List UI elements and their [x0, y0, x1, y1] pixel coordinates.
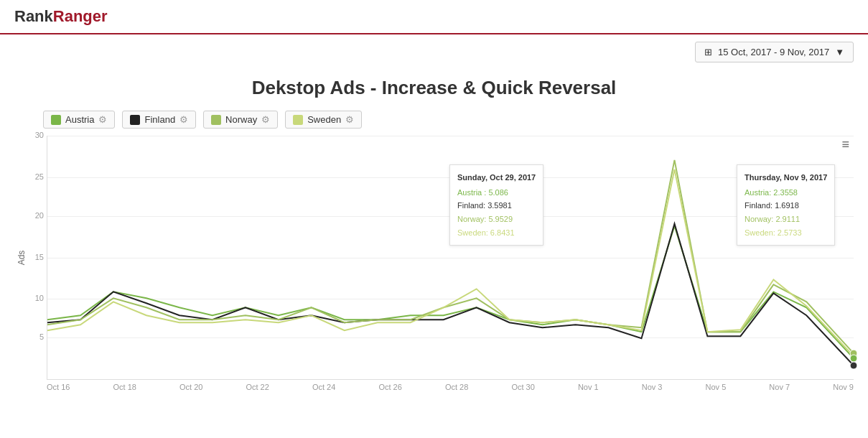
x-label-6: Oct 28: [445, 383, 468, 391]
gridline-10: 10: [22, 294, 44, 302]
norway-label: Norway: [225, 114, 257, 125]
chevron-down-icon: ▼: [835, 47, 844, 57]
finland-line: [47, 224, 854, 365]
chart-svg: [47, 136, 854, 379]
x-label-5: Oct 26: [378, 383, 401, 391]
finland-endpoint: [850, 362, 857, 369]
sweden-line: [47, 169, 854, 356]
norway-line: [47, 160, 854, 353]
x-label-2: Oct 20: [179, 383, 202, 391]
x-label-10: Nov 5: [706, 383, 727, 391]
chart-title: Dekstop Ads - Increase & Quick Reversal: [0, 70, 868, 111]
x-label-12: Nov 9: [833, 383, 854, 391]
chart-container: Ads ≡ 30 25 20 15 10 5: [14, 136, 854, 380]
austria-label: Austria: [65, 114, 94, 125]
chart-area: ≡ 30 25 20 15 10 5: [47, 136, 854, 380]
finland-label: Finland: [144, 114, 175, 125]
x-label-11: Nov 7: [769, 383, 790, 391]
legend-item-finland[interactable]: Finland ⚙: [122, 111, 196, 129]
gridline-20: 20: [22, 211, 44, 220]
header: RankRanger: [0, 0, 868, 34]
sweden-color: [293, 115, 303, 125]
logo-rank: Rank: [14, 7, 53, 25]
x-label-4: Oct 24: [312, 383, 335, 391]
x-label-1: Oct 18: [113, 383, 136, 391]
date-range-button[interactable]: ⊞ 15 Oct, 2017 - 9 Nov, 2017 ▼: [695, 42, 854, 62]
gridline-15: 15: [22, 253, 44, 261]
x-label-8: Nov 1: [578, 383, 599, 391]
gridline-25: 25: [22, 172, 44, 181]
x-label-9: Nov 3: [642, 383, 663, 391]
x-label-0: Oct 16: [47, 383, 70, 391]
legend-item-sweden[interactable]: Sweden ⚙: [285, 111, 362, 129]
logo: RankRanger: [14, 7, 108, 26]
sweden-gear-icon[interactable]: ⚙: [345, 114, 354, 125]
date-range-label: 15 Oct, 2017 - 9 Nov, 2017: [718, 47, 829, 57]
finland-color: [130, 115, 140, 125]
calendar-icon: ⊞: [704, 47, 712, 57]
austria-color: [51, 115, 61, 125]
gridline-5: 5: [22, 332, 44, 341]
top-bar: ⊞ 15 Oct, 2017 - 9 Nov, 2017 ▼: [0, 34, 868, 70]
austria-line: [47, 226, 854, 358]
legend-item-norway[interactable]: Norway ⚙: [203, 111, 278, 129]
x-label-7: Oct 30: [511, 383, 534, 391]
austria-gear-icon[interactable]: ⚙: [98, 114, 107, 125]
gridline-30: 30: [22, 131, 44, 139]
norway-gear-icon[interactable]: ⚙: [261, 114, 270, 125]
austria-endpoint: [850, 355, 857, 362]
sweden-label: Sweden: [307, 114, 341, 125]
finland-gear-icon[interactable]: ⚙: [179, 114, 188, 125]
legend: Austria ⚙ Finland ⚙ Norway ⚙ Sweden ⚙: [0, 111, 868, 136]
legend-item-austria[interactable]: Austria ⚙: [43, 111, 115, 129]
x-label-3: Oct 22: [246, 383, 269, 391]
x-labels: Oct 16 Oct 18 Oct 20 Oct 22 Oct 24 Oct 2…: [47, 380, 854, 391]
logo-ranger: Ranger: [53, 7, 108, 25]
norway-color: [211, 115, 221, 125]
